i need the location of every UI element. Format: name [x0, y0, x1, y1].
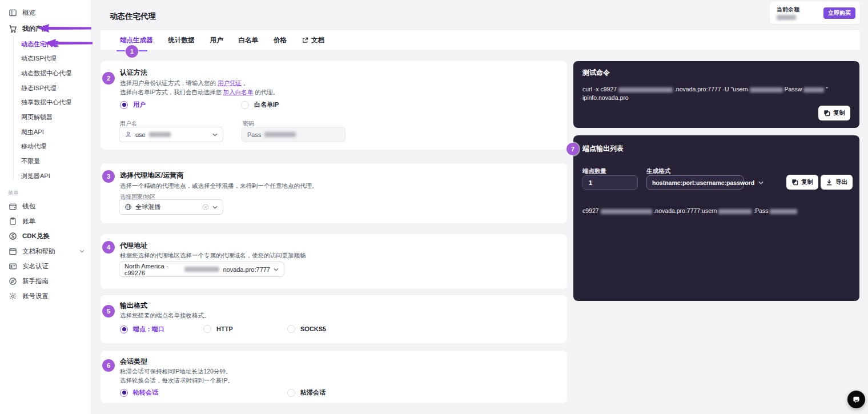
radio-dot	[203, 325, 211, 333]
copy-endpoints-button[interactable]: 复制	[786, 175, 818, 190]
format-select[interactable]: hostname:port:username:password	[646, 175, 744, 190]
sidebar-item-identity-verification[interactable]: 实名认证	[0, 260, 91, 272]
page-title: 动态住宅代理	[110, 11, 156, 22]
session-radio-rotating[interactable]: 轮转会话	[120, 388, 158, 397]
sidebar-item-unlimited[interactable]: 不限量	[21, 157, 40, 166]
curl-command: curl -x c9927 .novada.pro:7777 -U "usern…	[582, 85, 851, 102]
desc-text: 选择用户身份认证方式，请输入您的	[120, 79, 218, 86]
proxy-address-select[interactable]: North America - c99276 novada.pro:7777	[119, 262, 284, 277]
user-credentials-link[interactable]: 用户凭证	[218, 79, 242, 86]
overview-icon	[9, 9, 17, 17]
password-field[interactable]: Pass	[242, 127, 345, 142]
sidebar-item-scraper-api[interactable]: 爬虫API	[21, 128, 44, 136]
sidebar-item-dynamic-datacenter[interactable]: 动态数据中心代理	[21, 69, 71, 78]
sidebar-item-static-isp[interactable]: 静态ISP代理	[21, 84, 57, 93]
clear-icon[interactable]	[202, 204, 209, 211]
external-link-icon	[302, 37, 308, 43]
country-select[interactable]: 全球混播	[119, 199, 223, 215]
session-desc-1: 粘滞会话可保持相同IP地址长达120分钟。	[120, 368, 231, 376]
address-value-pre: North America - c99276	[124, 263, 181, 276]
compass-icon	[9, 277, 17, 286]
desc-text: 选择白名单IP方式，我们会自动选择您	[120, 89, 223, 95]
format-select-label: 生成格式	[646, 167, 670, 175]
country-select-value: 全球混播	[135, 203, 160, 211]
chat-widget-button[interactable]	[847, 391, 865, 408]
address-redacted	[184, 267, 220, 272]
balance-label: 当前余额	[777, 6, 799, 14]
endpoint-count-input[interactable]	[582, 175, 638, 190]
balance-amount-redacted	[777, 15, 796, 20]
chevron-down-icon	[212, 133, 218, 136]
button-label: 导出	[835, 178, 847, 186]
auth-radio-user[interactable]: 用户	[120, 101, 146, 109]
session-radio-sticky[interactable]: 粘滞会话	[287, 388, 326, 397]
address-title: 代理地址	[120, 241, 147, 251]
sidebar-item-label: 概览	[22, 9, 35, 17]
sidebar-item-my-products[interactable]: 我的产品	[0, 22, 91, 35]
step-badge-6: 6	[102, 359, 115, 372]
sidebar-item-browser-api[interactable]: 浏览器API	[21, 172, 50, 180]
cmd-seg: Passw	[784, 86, 802, 93]
tab-endpoint-generator[interactable]: 端点生成器	[120, 36, 153, 45]
radio-dot	[287, 389, 295, 397]
username-select[interactable]: use	[119, 127, 223, 142]
sidebar-item-mobile-proxy[interactable]: 移动代理	[21, 142, 46, 151]
format-desc: 选择您想要的端点名单接收格式。	[120, 312, 210, 320]
sidebar-item-beginner-guide[interactable]: 新手指南	[0, 275, 91, 287]
radio-dot	[120, 325, 128, 333]
id-card-icon	[9, 262, 17, 271]
session-title: 会话类型	[120, 357, 147, 367]
sidebar-item-dynamic-isp[interactable]: 动态ISP代理	[21, 54, 57, 63]
address-desc: 根据您选择的代理地区选择一个专属的代理域名，使您的访问更加顺畅	[120, 252, 306, 260]
tab-whitelist[interactable]: 白名单	[239, 36, 259, 45]
sidebar-item-cdk-redeem[interactable]: CDK兑换	[0, 230, 91, 242]
radio-label: HTTP	[216, 325, 233, 332]
tab-pricing[interactable]: 价格	[274, 36, 287, 45]
radio-label: 端点：端口	[133, 325, 164, 333]
sidebar-item-wallet[interactable]: 钱包	[0, 200, 91, 212]
sidebar-item-account-settings[interactable]: 账号设置	[0, 290, 91, 302]
add-whitelist-link[interactable]: 加入白名单	[223, 89, 254, 95]
auth-title: 认证方法	[120, 68, 147, 78]
select-controls	[202, 204, 218, 211]
tab-users[interactable]: 用户	[210, 36, 223, 45]
button-label: 复制	[833, 109, 845, 117]
auth-radio-whitelist-ip[interactable]: 白名单IP	[241, 101, 279, 109]
format-select-value: hostname:port:username:password	[652, 179, 754, 186]
sidebar-item-bills[interactable]: 账单	[0, 215, 91, 227]
sidebar-item-dedicated-datacenter[interactable]: 独享数据中心代理	[21, 98, 71, 107]
sidebar-item-overview[interactable]: 概览	[0, 6, 91, 19]
format-radio-socks5[interactable]: SOCKS5	[287, 325, 326, 333]
format-radio-endpoint-port[interactable]: 端点：端口	[120, 325, 164, 333]
auth-desc-2: 选择白名单IP方式，我们会自动选择您 加入白名单 的代理。	[120, 89, 279, 97]
radio-dot	[287, 325, 295, 333]
sidebar-item-docs-help[interactable]: 文档和帮助	[0, 245, 91, 258]
format-radio-http[interactable]: HTTP	[203, 325, 233, 333]
step-badge-2: 2	[102, 72, 115, 85]
buy-now-button[interactable]: 立即购买	[823, 7, 855, 19]
copy-command-button[interactable]: 复制	[818, 106, 850, 120]
cmd-redacted	[803, 87, 824, 93]
user-icon	[124, 131, 132, 138]
cdk-icon	[9, 232, 17, 240]
step-badge-1: 1	[126, 45, 138, 58]
cart-icon	[9, 25, 17, 33]
endpoint-result-line: c9927 .novada.pro:7777:usern :Pass	[582, 207, 797, 214]
desc-text: 。	[242, 79, 249, 86]
tab-docs[interactable]: 文档	[302, 36, 324, 45]
export-endpoints-button[interactable]: 导出	[821, 175, 853, 190]
endpoint-count-label: 端点数量	[582, 167, 606, 175]
sidebar-item-web-unlocker[interactable]: 网页解锁器	[21, 113, 53, 122]
sidebar-item-dynamic-residential[interactable]: 动态住宅代理	[21, 40, 59, 49]
wallet-icon	[9, 202, 17, 211]
region-desc: 选择一个精确的代理地点，或选择全球混播，来得到一个任意地点的代理。	[120, 182, 318, 190]
tab-bar: 端点生成器 统计数据 用户 白名单 价格 文档	[101, 30, 860, 50]
download-icon	[826, 179, 833, 186]
result-seg: c9927	[582, 207, 599, 214]
docs-icon	[9, 247, 17, 256]
chevron-down-icon	[274, 268, 279, 271]
chat-bubble-icon	[852, 395, 861, 404]
tab-statistics[interactable]: 统计数据	[168, 36, 195, 45]
radio-label: 轮转会话	[133, 388, 158, 397]
address-value-post: novada.pro:7777	[223, 266, 270, 273]
